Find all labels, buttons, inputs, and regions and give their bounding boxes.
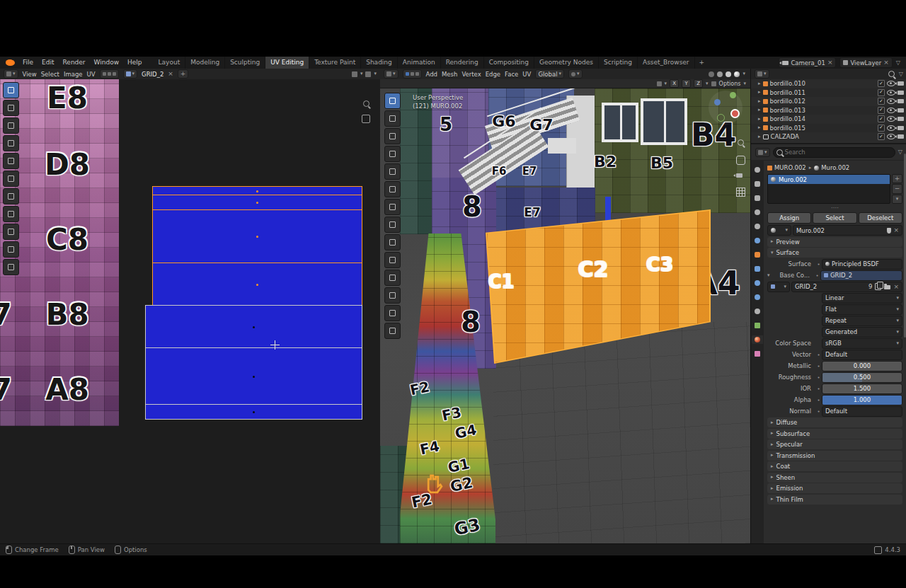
- remove-slot-button[interactable]: [892, 184, 902, 193]
- knife-tool[interactable]: [384, 323, 401, 339]
- props-tab-world[interactable]: [752, 236, 763, 245]
- outliner-search-icon[interactable]: [888, 71, 895, 77]
- scene-unlink-icon[interactable]: [827, 59, 833, 66]
- tab-shading[interactable]: Shading: [361, 57, 398, 69]
- uv-island[interactable]: [145, 305, 362, 349]
- expand-icon[interactable]: [758, 90, 761, 95]
- expand-icon[interactable]: [758, 108, 761, 113]
- tab-scripting[interactable]: Scripting: [599, 57, 638, 69]
- scale-tool[interactable]: [3, 206, 19, 222]
- vp-menu-add[interactable]: Add: [426, 71, 437, 78]
- outliner-row[interactable]: bordillo.013: [751, 106, 906, 115]
- tweak-tool[interactable]: [384, 93, 401, 109]
- select-button[interactable]: Select: [813, 212, 856, 224]
- uv-zoom-icon[interactable]: [363, 100, 369, 107]
- section-transmission[interactable]: Transmission: [767, 451, 902, 461]
- deselect-button[interactable]: Deselect: [859, 212, 902, 224]
- section-subsurface[interactable]: Subsurface: [767, 429, 902, 439]
- select-mode-buttons[interactable]: [403, 69, 422, 79]
- mirror-x-toggle[interactable]: X: [670, 79, 679, 88]
- tab-animation[interactable]: Animation: [398, 57, 441, 69]
- section-preview[interactable]: Preview: [767, 237, 902, 247]
- shading-wireframe-icon[interactable]: [717, 71, 723, 77]
- image-name[interactable]: GRID_2: [142, 71, 164, 78]
- menu-help[interactable]: Help: [123, 57, 147, 69]
- cursor-tool[interactable]: [384, 128, 401, 144]
- select-box-tool[interactable]: [3, 100, 19, 116]
- exclude-checkbox[interactable]: [878, 133, 885, 140]
- uv-overlay-icon[interactable]: [352, 71, 357, 77]
- uv-island[interactable]: [152, 209, 362, 264]
- disable-render-icon[interactable]: [898, 134, 904, 139]
- keyframe-dot[interactable]: [815, 362, 822, 369]
- annotate-tool[interactable]: [3, 241, 19, 258]
- expand-icon[interactable]: [758, 99, 761, 104]
- color-space-dropdown[interactable]: sRGB: [822, 338, 902, 349]
- cursor-tool[interactable]: [3, 153, 19, 169]
- navigation-gizmo[interactable]: [709, 91, 742, 125]
- bevel-tool[interactable]: [384, 287, 401, 304]
- unlink-material-icon[interactable]: [893, 227, 899, 234]
- outliner-row[interactable]: bordillo.015: [751, 124, 906, 133]
- keyframe-dot[interactable]: [815, 374, 822, 381]
- transform-orientation-dropdown[interactable]: Global: [535, 69, 564, 79]
- gizmo-z-axis[interactable]: [714, 99, 721, 105]
- roughness-slider[interactable]: 0.500: [822, 372, 902, 383]
- unlink-image-icon[interactable]: [893, 284, 899, 290]
- outliner-item-label[interactable]: bordillo.011: [770, 89, 876, 96]
- slot-specials-button[interactable]: [892, 195, 902, 204]
- vp-menu-edge[interactable]: Edge: [486, 71, 500, 78]
- viewport-zoom-icon[interactable]: [738, 139, 744, 146]
- tab-asset-browser[interactable]: Asset_Browser: [638, 57, 695, 69]
- breadcrumb-object[interactable]: MURO.002: [774, 164, 806, 171]
- expand-icon[interactable]: [758, 117, 761, 122]
- overlays-icon[interactable]: [711, 81, 716, 86]
- browse-image-button[interactable]: [767, 282, 790, 292]
- mirror-dropdown-icon[interactable]: [665, 81, 667, 86]
- tab-uv-editing[interactable]: UV Editing: [265, 57, 309, 69]
- tab-texture-paint[interactable]: Texture Paint: [309, 57, 361, 69]
- gizmo-y-neg-axis[interactable]: [717, 114, 725, 122]
- exclude-checkbox[interactable]: [878, 80, 885, 87]
- menu-render[interactable]: Render: [59, 57, 90, 69]
- uv-display-dropdown-icon[interactable]: [374, 71, 377, 76]
- outliner-item-label[interactable]: CALZADA: [771, 133, 876, 140]
- base-color-texture-dropdown[interactable]: GRID_2: [820, 270, 902, 281]
- disable-render-icon[interactable]: [898, 91, 904, 95]
- exclude-checkbox[interactable]: [878, 125, 885, 132]
- keyframe-dot[interactable]: [815, 385, 822, 392]
- gizmo-y-axis[interactable]: [730, 92, 736, 98]
- tab-layout[interactable]: Layout: [154, 57, 186, 69]
- image-users-count[interactable]: 9: [868, 283, 872, 290]
- options-dropdown-icon[interactable]: [743, 81, 746, 86]
- annotate-tool[interactable]: [384, 217, 401, 233]
- outliner-row[interactable]: bordillo.012: [751, 97, 906, 106]
- shading-solid-icon[interactable]: [726, 71, 731, 77]
- props-tab-texture[interactable]: [752, 350, 763, 358]
- move-tool[interactable]: [3, 171, 19, 187]
- expand-icon[interactable]: [758, 125, 761, 130]
- outliner-item-label[interactable]: bordillo.014: [770, 115, 876, 122]
- menu-edit[interactable]: Edit: [38, 57, 58, 69]
- disable-render-icon[interactable]: [898, 81, 904, 86]
- measure-tool[interactable]: [384, 234, 401, 250]
- props-tab-view-layer[interactable]: [752, 208, 763, 217]
- material-slot-active[interactable]: Muro.002: [768, 175, 890, 184]
- uv-display-icon[interactable]: [365, 71, 371, 77]
- outliner-item-label[interactable]: bordillo.013: [770, 107, 876, 114]
- properties-filter-icon[interactable]: [898, 149, 902, 155]
- panel-drag-dots[interactable]: ····: [767, 205, 902, 211]
- mirror-z-toggle[interactable]: Z: [694, 79, 703, 88]
- editor-type-button[interactable]: [755, 69, 769, 79]
- vp-menu-uv[interactable]: UV: [522, 71, 531, 78]
- shading-dropdown-icon[interactable]: [742, 71, 745, 76]
- add-slot-button[interactable]: [892, 174, 902, 183]
- mirror-y-toggle[interactable]: Y: [682, 79, 691, 88]
- collapse-icon[interactable]: [767, 273, 773, 278]
- exclude-checkbox[interactable]: [878, 89, 885, 96]
- keyframe-dot[interactable]: [815, 396, 822, 403]
- uv-pan-icon[interactable]: [362, 115, 370, 123]
- props-tab-constraints[interactable]: [752, 307, 763, 316]
- section-sheen[interactable]: Sheen: [767, 473, 902, 483]
- blender-logo-icon[interactable]: [6, 59, 15, 66]
